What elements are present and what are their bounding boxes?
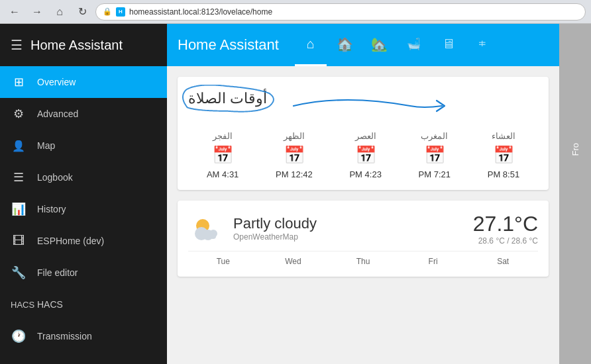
prayer-name-maghrib: المغرب (421, 131, 448, 141)
sidebar-item-esphome[interactable]: 🎞 ESPHome (dev) (0, 225, 167, 257)
browser-bar: ← → ⌂ ↻ 🔒 H homeassistant.local:8123/lov… (0, 0, 591, 24)
menu-icon[interactable]: ☰ (11, 37, 23, 53)
sidebar-label-overview: Overview (37, 77, 76, 87)
weather-day-2: Thu (328, 257, 398, 266)
right-panel-label: Fro (570, 143, 580, 156)
prayer-cal-icon-asr: 📅 (355, 145, 376, 165)
top-bar: Home Assistant ⌂ 🏠 🏡 🛁 🖥 ⧧ (167, 24, 559, 66)
history-icon: 📊 (11, 202, 27, 216)
cards-area: أوقات الصلاة العشاء (167, 66, 559, 364)
sidebar-item-file-editor[interactable]: 🔧 File editor (0, 257, 167, 289)
sidebar-label-map: Map (37, 140, 55, 151)
transmission-icon: 🕐 (11, 329, 27, 343)
weather-icon (188, 211, 223, 246)
prayer-times: العشاء 📅 8:51 PM المغرب 📅 7:21 PM العصر … (188, 131, 538, 179)
prayer-time-val-isha: 8:51 PM (488, 169, 519, 179)
app-container: ☰ Home Assistant ⊞ Overview ⚙ Advanced 👤… (0, 24, 591, 364)
sidebar-label-history: History (37, 204, 66, 214)
main-content: Home Assistant ⌂ 🏠 🏡 🛁 🖥 ⧧ أوقات الصلاة (167, 24, 559, 364)
prayer-title-wrap: أوقات الصلاة (188, 90, 267, 107)
tab-home[interactable]: ⌂ (295, 24, 327, 66)
weather-condition: Partly cloudy (233, 215, 462, 232)
prayer-cal-icon-maghrib: 📅 (424, 145, 445, 165)
tab-building[interactable]: 🏡 (364, 24, 396, 66)
sidebar-label-logbook: Logbook (37, 172, 73, 183)
sidebar-item-history[interactable]: 📊 History (0, 193, 167, 225)
weather-temperature: 27.1°C (473, 212, 538, 236)
prayer-cal-icon-dhuhr: 📅 (284, 145, 305, 165)
prayer-cal-icon-isha: 📅 (493, 145, 514, 165)
sidebar-label-advanced: Advanced (37, 109, 78, 119)
sidebar-label-transmission: Transmission (37, 331, 92, 341)
sidebar-item-overview[interactable]: ⊞ Overview (0, 66, 167, 98)
prayer-title: أوقات الصلاة (188, 90, 267, 107)
back-button[interactable]: ← (5, 3, 24, 21)
weather-main: Partly cloudy OpenWeatherMap 27.1°C 28.6… (188, 211, 538, 246)
logbook-icon: ☰ (11, 170, 27, 185)
sidebar-label-file-editor: File editor (37, 267, 78, 278)
prayer-cal-icon-fajr: 📅 (212, 145, 233, 165)
overview-icon: ⊞ (11, 75, 27, 89)
tab-monitor[interactable]: 🖥 (433, 24, 464, 66)
sidebar-item-logbook[interactable]: ☰ Logbook (0, 161, 167, 193)
sidebar-item-transmission[interactable]: 🕐 Transmission (0, 320, 167, 352)
home-button[interactable]: ⌂ (50, 3, 69, 21)
right-panel: Fro (559, 24, 591, 364)
weather-range: 28.6 °C / 28.6 °C (473, 236, 538, 246)
prayer-name-isha: العشاء (492, 131, 515, 141)
tab-network[interactable]: ⧧ (467, 24, 499, 66)
topbar-title: Home Assistant (178, 36, 279, 54)
file-editor-icon: 🔧 (11, 265, 27, 280)
tab-icons: ⌂ 🏠 🏡 🛁 🖥 ⧧ (295, 24, 499, 66)
weather-info: Partly cloudy OpenWeatherMap (233, 215, 462, 242)
site-favicon: H (116, 7, 125, 17)
reload-button[interactable]: ↻ (73, 3, 91, 21)
prayer-time-fajr: الفجر 📅 4:31 AM (207, 131, 239, 179)
prayer-name-fajr: الفجر (213, 131, 233, 141)
prayer-time-val-fajr: 4:31 AM (207, 169, 239, 179)
address-bar[interactable]: 🔒 H homeassistant.local:8123/lovelace/ho… (95, 3, 586, 21)
sidebar-label-esphome: ESPHome (dev) (37, 236, 104, 246)
map-icon: 👤 (11, 140, 27, 152)
url-text: homeassistant.local:8123/lovelace/home (129, 7, 272, 17)
weather-day-4: Sat (468, 257, 538, 266)
weather-source: OpenWeatherMap (233, 232, 462, 242)
sidebar-item-advanced[interactable]: ⚙ Advanced (0, 98, 167, 130)
prayer-time-dhuhr: الظهر 📅 12:42 PM (276, 131, 313, 179)
sidebar-label-hacs: HACS (37, 299, 63, 310)
weather-day-1: Wed (258, 257, 329, 266)
tab-person[interactable]: 🏠 (329, 24, 361, 66)
prayer-time-asr: العصر 📅 4:23 PM (349, 131, 381, 179)
prayer-name-dhuhr: الظهر (284, 131, 305, 141)
advanced-icon: ⚙ (11, 107, 27, 121)
tab-bathtub[interactable]: 🛁 (398, 24, 430, 66)
svg-rect-4 (197, 234, 216, 239)
prayer-time-val-dhuhr: 12:42 PM (276, 169, 313, 179)
forward-button[interactable]: → (28, 3, 46, 21)
sidebar: ☰ Home Assistant ⊞ Overview ⚙ Advanced 👤… (0, 24, 167, 364)
prayer-time-isha: العشاء 📅 8:51 PM (488, 131, 519, 179)
prayer-card: أوقات الصلاة العشاء (178, 77, 549, 190)
prayer-time-val-asr: 4:23 PM (349, 169, 381, 179)
weather-days: Tue Wed Thu Fri Sat (188, 251, 538, 266)
arrow-annotation (291, 87, 450, 120)
esphome-icon: 🎞 (11, 234, 27, 248)
sidebar-item-hacs[interactable]: HACS HACS (0, 289, 167, 320)
prayer-time-val-maghrib: 7:21 PM (419, 169, 451, 179)
sidebar-item-map[interactable]: 👤 Map (0, 130, 167, 161)
hacs-icon: HACS (11, 300, 27, 310)
weather-day-0: Tue (188, 257, 258, 266)
lock-icon: 🔒 (103, 7, 112, 16)
weather-temp-block: 27.1°C 28.6 °C / 28.6 °C (473, 212, 538, 246)
sidebar-title: Home Assistant (30, 38, 123, 53)
weather-day-3: Fri (398, 257, 468, 266)
weather-card: Partly cloudy OpenWeatherMap 27.1°C 28.6… (178, 201, 549, 277)
prayer-name-asr: العصر (355, 131, 376, 141)
prayer-time-maghrib: المغرب 📅 7:21 PM (419, 131, 451, 179)
sidebar-header: ☰ Home Assistant (0, 24, 167, 66)
